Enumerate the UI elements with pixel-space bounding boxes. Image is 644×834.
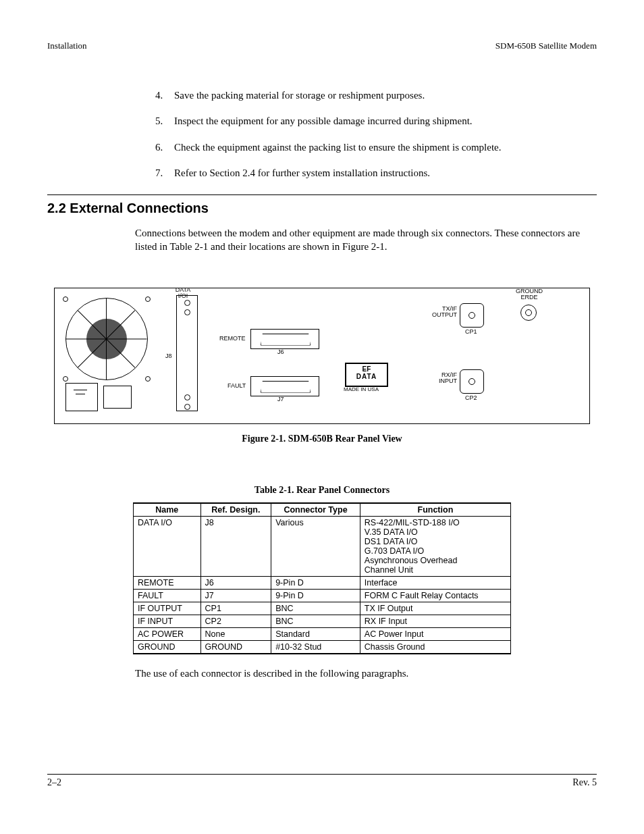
connector-cp1 (460, 303, 484, 328)
table-cell: RX IF Input (360, 615, 510, 627)
connector-j7 (250, 376, 319, 396)
fan-icon (65, 298, 148, 380)
table-header: Name (134, 503, 201, 517)
list-item-number: 7. (155, 166, 174, 180)
list-item: 7.Refer to Section 2.4 for further syste… (155, 166, 576, 180)
list-item-text: Check the equipment against the packing … (174, 140, 501, 154)
table-cell: AC POWER (134, 627, 201, 640)
header-left: Installation (47, 41, 87, 51)
table-cell: CP2 (200, 615, 271, 627)
label-made-in-usa: MADE IN USA (344, 387, 379, 393)
table-cell: REMOTE (134, 576, 201, 589)
section-rule (47, 194, 597, 195)
table-cell: Standard (271, 627, 360, 640)
table-cell: IF INPUT (134, 615, 201, 627)
table-cell: GROUND (134, 640, 201, 654)
label-cp1: CP1 (465, 329, 477, 336)
table-cell: J8 (200, 516, 271, 576)
table-cell: DATA I/O (134, 516, 201, 576)
label-j6: J6 (277, 349, 284, 356)
table-cell: Interface (360, 576, 510, 589)
table-cell: FAULT (134, 589, 201, 602)
ground-stud-icon (520, 305, 537, 321)
table-cell: AC Power Input (360, 627, 510, 640)
table-cell: IF OUTPUT (134, 602, 201, 615)
table-header: Function (360, 503, 510, 517)
table-cell: None (200, 627, 271, 640)
list-item-text: Refer to Section 2.4 for further system … (174, 166, 430, 180)
table-cell: Various (271, 516, 360, 576)
table-row: AC POWERNoneStandardAC Power Input (134, 627, 511, 640)
table-cell: 9-Pin D (271, 576, 360, 589)
footer-rule (47, 774, 597, 775)
table-cell: 9-Pin D (271, 589, 360, 602)
table-row: GROUNDGROUND#10-32 StudChassis Ground (134, 640, 511, 654)
screw-icon (145, 296, 151, 302)
table-header: Connector Type (271, 503, 360, 517)
label-fault: FAULT (227, 383, 246, 390)
screw-icon (145, 376, 151, 382)
table-cell: J6 (200, 576, 271, 589)
footer-left: 2–2 (47, 777, 61, 788)
label-ground: GROUND ERDE (511, 288, 547, 302)
table-header: Ref. Design. (200, 503, 271, 517)
list-item-text: Inspect the equipment for any possible d… (174, 114, 473, 128)
connector-cp2 (460, 369, 484, 394)
table-cell: CP1 (200, 602, 271, 615)
figure-caption: Figure 2-1. SDM-650B Rear Panel View (47, 434, 597, 444)
label-remote: REMOTE (219, 336, 246, 342)
figure-rear-panel: DATA I/OI J8 REMOTE J6 FAULT J7 EF DATA … (54, 288, 590, 424)
table-cell: RS-422/MIL-STD-188 I/O V.35 DATA I/O DS1… (360, 516, 510, 576)
screw-icon (63, 376, 68, 382)
list-item: 4.Save the packing material for storage … (155, 88, 576, 102)
table-cell: J7 (200, 589, 271, 602)
list-item: 6.Check the equipment against the packin… (155, 140, 576, 154)
connector-j6 (250, 329, 319, 349)
numbered-list: 4.Save the packing material for storage … (155, 88, 576, 180)
label-data-io: DATA I/OI (163, 287, 203, 301)
connector-j8 (176, 295, 198, 411)
table-caption: Table 2-1. Rear Panel Connectors (47, 485, 597, 496)
table-row: FAULTJ79-Pin DFORM C Fault Relay Contact… (134, 589, 511, 602)
after-table-text: The use of each connector is described i… (135, 668, 597, 679)
footer-right: Rev. 5 (572, 777, 597, 788)
list-item-number: 5. (155, 114, 174, 128)
list-item-number: 6. (155, 140, 174, 154)
list-item-text: Save the packing material for storage or… (174, 88, 425, 102)
label-txif: TX/IF OUTPUT (427, 306, 457, 319)
table-cell: GROUND (200, 640, 271, 654)
section-body: Connections between the modem and other … (135, 226, 583, 254)
table-row: DATA I/OJ8VariousRS-422/MIL-STD-188 I/O … (134, 516, 511, 576)
table-cell: #10-32 Stud (271, 640, 360, 654)
logo-efdata: EF DATA (345, 363, 388, 387)
table-cell: BNC (271, 615, 360, 627)
label-j7: J7 (277, 396, 284, 403)
section-heading: 2.2 External Connections (47, 201, 597, 216)
screw-icon (63, 296, 68, 302)
table-cell: FORM C Fault Relay Contacts (360, 589, 510, 602)
table-row: IF OUTPUTCP1BNCTX IF Output (134, 602, 511, 615)
list-item: 5.Inspect the equipment for any possible… (155, 114, 576, 128)
page-header: Installation SDM-650B Satellite Modem (47, 41, 597, 51)
connectors-table: NameRef. Design.Connector TypeFunction D… (133, 502, 511, 654)
label-cp2: CP2 (465, 395, 477, 402)
list-item-number: 4. (155, 88, 174, 102)
header-right: SDM-650B Satellite Modem (495, 41, 597, 51)
label-j8: J8 (165, 353, 172, 360)
page-footer: 2–2 Rev. 5 (47, 777, 597, 788)
table-cell: BNC (271, 602, 360, 615)
table-cell: Chassis Ground (360, 640, 510, 654)
table-cell: TX IF Output (360, 602, 510, 615)
table-row: REMOTEJ69-Pin DInterface (134, 576, 511, 589)
label-rxif: RX/IF INPUT (427, 372, 457, 386)
power-module-icon (65, 383, 146, 411)
table-row: IF INPUTCP2BNCRX IF Input (134, 615, 511, 627)
